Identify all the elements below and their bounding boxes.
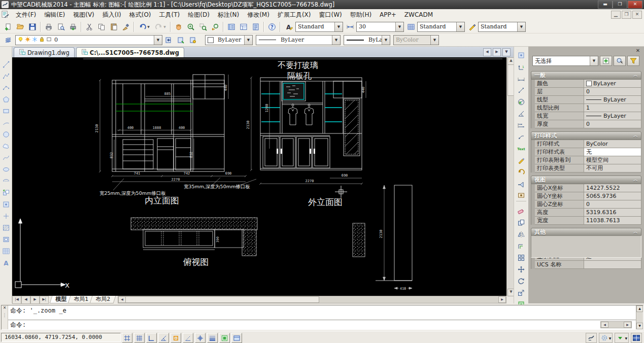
menu-item[interactable]: 窗口(W) — [315, 9, 346, 20]
otrack-toggle[interactable] — [183, 333, 193, 343]
copy-icon[interactable] — [95, 21, 108, 33]
zwcad-logo-icon[interactable] — [586, 333, 597, 343]
hatch-icon[interactable] — [1, 222, 12, 233]
zoom-previous-icon[interactable] — [209, 21, 221, 33]
property-value[interactable]: 0 — [584, 200, 641, 209]
quick-select-icon[interactable] — [614, 56, 626, 66]
scroll-up-icon[interactable]: ▲ — [636, 305, 643, 312]
section-header[interactable]: 视图︿ — [531, 176, 641, 184]
new-icon[interactable] — [2, 21, 14, 33]
plot-preview-icon[interactable] — [55, 21, 67, 33]
ordinate-dimension-icon[interactable]: 1 — [515, 61, 528, 73]
property-value[interactable]: 不可用 — [584, 164, 641, 173]
doc-tab-current[interactable]: C:\...S1C7005--766758.dwg — [76, 47, 184, 57]
match-properties-icon[interactable] — [120, 21, 132, 33]
layout-prev-icon[interactable]: ◀ — [21, 296, 30, 304]
tab-scroll-left-icon[interactable]: ◀ — [483, 48, 491, 56]
drawing-canvas[interactable]: 不要打玻璃 隔板孔 内立面图 外立面图 俯视图 宽25mm,深度为50mm修口板… — [12, 57, 506, 296]
style-combo[interactable]: Standard▼ — [478, 22, 526, 32]
ellipse-arc-icon[interactable] — [1, 176, 12, 187]
lineweight-toggle-toggle[interactable] — [207, 333, 218, 343]
insert-block-icon[interactable] — [1, 187, 12, 198]
dim-style-icon[interactable] — [344, 21, 356, 33]
array-icon[interactable] — [515, 252, 528, 263]
style-combo[interactable]: Standard▼ — [417, 22, 465, 32]
snap-toggle[interactable] — [122, 333, 132, 343]
model-toggle-toggle[interactable] — [219, 333, 230, 343]
menu-item[interactable]: APP+ — [376, 9, 400, 20]
dimension-style-icon[interactable] — [515, 178, 528, 189]
radius-dimension-icon[interactable]: R — [515, 96, 528, 108]
menu-item[interactable]: 扩展工具(X) — [274, 9, 315, 20]
command-close-icon[interactable]: ✕ — [2, 305, 8, 310]
mleader-style-icon[interactable] — [466, 21, 478, 33]
layer-states-icon[interactable] — [175, 34, 187, 46]
layout-tab-3[interactable]: 布局2 — [90, 296, 116, 303]
property-value[interactable]: 0 — [584, 120, 641, 128]
section-header[interactable]: 打印样式︿ — [531, 131, 641, 140]
layout-next-icon[interactable]: ▶ — [30, 296, 40, 304]
property-value[interactable]: 0 — [584, 88, 641, 96]
plot-icon[interactable] — [43, 21, 55, 33]
scroll-right-icon[interactable]: ▶ — [498, 296, 506, 303]
property-value[interactable]: 11038.7613 — [584, 217, 641, 225]
menu-item[interactable]: 工具(T) — [155, 9, 184, 20]
osnap-toggle[interactable] — [171, 333, 181, 343]
minimize-button[interactable]: ▬ — [598, 1, 613, 9]
property-value[interactable]: 1 — [584, 104, 641, 112]
scroll-down-icon[interactable]: ▼ — [636, 323, 643, 329]
horizontal-scroll-thumb[interactable] — [125, 296, 319, 303]
aligned-dimension-icon[interactable] — [515, 85, 528, 96]
dimension-update-icon[interactable] — [515, 166, 528, 178]
dropdown-arrow-icon[interactable]: ▼ — [332, 36, 340, 45]
fullscreen-icon[interactable] — [631, 333, 642, 343]
layer-previous-icon[interactable] — [162, 34, 175, 46]
dropdown-arrow-icon[interactable]: ▼ — [382, 36, 390, 45]
dropdown-arrow-icon[interactable]: ▼ — [395, 22, 403, 31]
polyline-icon[interactable] — [1, 71, 12, 82]
region-icon[interactable] — [1, 234, 12, 245]
select-filter-icon[interactable] — [627, 56, 639, 66]
dropdown-arrow-icon[interactable]: ▼ — [154, 36, 162, 45]
property-value[interactable]: ByLayer — [584, 96, 641, 104]
property-value[interactable]: 14227.5522 — [584, 184, 641, 192]
menu-item[interactable]: 标注(N) — [214, 9, 243, 20]
arc-icon[interactable] — [1, 117, 12, 128]
block-editor-icon[interactable] — [515, 190, 528, 201]
command-hscrollbar[interactable]: ◀ ▶ — [600, 321, 632, 328]
text-icon[interactable]: Text — [515, 143, 528, 154]
scale-icon[interactable] — [515, 287, 528, 298]
table-icon[interactable] — [1, 246, 12, 257]
property-value[interactable]: 5319.6316 — [584, 209, 641, 217]
3point-arc-icon[interactable] — [1, 82, 12, 93]
menu-item[interactable]: 插入(I) — [98, 9, 125, 20]
color-combo[interactable]: ByLayer ▼ — [205, 35, 253, 45]
mdi-minimize-button[interactable]: ▁ — [611, 11, 621, 19]
circle-icon[interactable] — [1, 129, 12, 140]
properties-palette-icon[interactable] — [225, 21, 238, 33]
tab-scroll-right-icon[interactable]: ▶ — [493, 48, 501, 56]
style-combo[interactable]: Standard▼ — [295, 22, 343, 32]
menu-item[interactable]: 帮助(H) — [346, 9, 376, 20]
pan-icon[interactable] — [173, 21, 185, 33]
line-icon[interactable] — [1, 59, 12, 70]
command-prompt-line[interactable]: 命令: — [8, 320, 636, 329]
property-value[interactable]: 5065.9736 — [584, 192, 641, 200]
tab-list-icon[interactable]: ▼ — [502, 48, 511, 56]
table-style-icon[interactable] — [405, 21, 417, 33]
menu-item[interactable]: ZWCADM — [400, 9, 437, 20]
help-icon[interactable]: ? — [266, 21, 278, 33]
dropdown-arrow-icon[interactable]: ▼ — [244, 36, 252, 45]
layout-last-icon[interactable]: ▶| — [40, 296, 49, 304]
paste-icon[interactable] — [108, 21, 120, 33]
polygon-icon[interactable] — [1, 94, 12, 105]
redo-icon[interactable]: ▼ — [152, 21, 168, 33]
ellipse-icon[interactable] — [1, 164, 12, 175]
command-scrollbar[interactable]: ▲ ▼ — [636, 305, 643, 329]
selection-combo[interactable]: 无选择 ▼ — [532, 56, 598, 66]
dropdown-arrow-icon[interactable]: ▼ — [456, 22, 464, 31]
command-text-area[interactable]: 命令: '_.zoom _e 命令: — [8, 305, 636, 329]
settings-gear-icon[interactable]: ▼ — [599, 333, 613, 343]
property-value[interactable]: ByColor — [584, 140, 641, 148]
zoom-window-icon[interactable] — [197, 21, 209, 33]
